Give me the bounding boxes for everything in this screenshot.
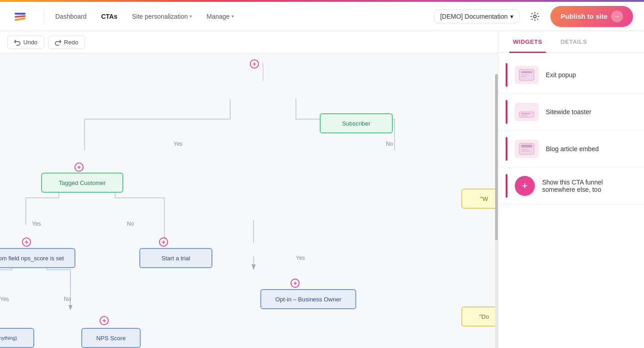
nav-site-personalization[interactable]: Site personalization ▾ [132,13,192,20]
accent-bar [506,137,507,161]
flow-connections [0,54,498,348]
label-yes-1: Yes [174,141,183,147]
publish-button[interactable]: Publish to site → [550,6,633,27]
add-node-optin[interactable]: + [290,279,300,288]
add-node-top[interactable]: + [250,59,259,69]
arrow-right-icon: → [611,11,623,22]
label-no-2: No [127,221,134,227]
exit-popup-preview [518,69,535,81]
logo-area[interactable] [11,7,29,26]
chevron-down-icon: ▾ [232,14,234,19]
widget-label-blog: Blog article embed [546,145,599,153]
right-sidebar: WIDGETS DETAILS Exit popup [498,31,644,348]
node-yellow-1[interactable]: "W [461,189,498,209]
add-widget-icon: + [515,176,535,196]
add-node-nps[interactable]: + [100,316,109,325]
canvas-area: Undo Redo [0,31,498,348]
accent-bar [506,63,507,87]
label-yes-3: Yes [0,296,9,302]
node-nps-score[interactable]: NPS Score [81,328,141,348]
node-subscriber[interactable]: Subscriber [320,113,393,133]
nav-divider [44,9,44,24]
node-yellow-2[interactable]: "Do [461,306,498,327]
nav-dashboard[interactable]: Dashboard [55,13,87,20]
add-node-left-1[interactable]: + [74,163,84,172]
svg-rect-16 [521,113,530,114]
svg-rect-20 [521,149,528,150]
widget-item-toaster[interactable]: Sitewide toaster [498,94,644,131]
svg-rect-15 [519,112,534,117]
widget-label-toaster: Sitewide toaster [546,108,591,116]
widget-item-exit-popup[interactable]: Exit popup [498,57,644,94]
svg-point-4 [533,15,536,18]
gear-button[interactable] [527,8,543,25]
node-tagged-customer[interactable]: Tagged Customer [41,173,123,193]
accent-bar [506,174,507,198]
blog-preview [518,142,535,155]
add-node-left-2[interactable]: + [22,237,31,247]
svg-rect-14 [521,76,527,77]
header-right: [DEMO] Documentation ▾ Publish to site → [434,6,633,27]
scrollbar-thumb[interactable] [495,74,498,240]
tab-details[interactable]: DETAILS [557,31,591,53]
add-node-right-2[interactable]: + [159,237,168,247]
widget-item-show-cta[interactable]: + Show this CTA funnel somewhere else, t… [498,168,644,205]
widget-item-blog[interactable]: Blog article embed [498,131,644,168]
gear-icon [530,12,539,21]
widget-thumb-blog [515,140,538,158]
node-anything[interactable]: n anything) [0,328,34,348]
widget-label-exit-popup: Exit popup [546,71,576,79]
nav-items: Dashboard CTAs Site personalization ▾ Ma… [55,13,434,20]
node-custom-field[interactable]: Custom field nps_score is set [0,248,75,268]
svg-rect-3 [15,13,26,15]
accent-bar [506,100,507,124]
label-yes-4: Yes [296,255,305,261]
nav-ctas[interactable]: CTAs [101,13,118,20]
redo-button[interactable]: Redo [48,36,85,49]
label-no-1: No [386,141,393,147]
widget-thumb-toaster [515,103,538,121]
toaster-preview [518,105,535,118]
canvas-toolbar: Undo Redo [0,31,498,54]
nav-manage[interactable]: Manage ▾ [206,13,234,20]
flowchart-canvas: + Subscriber Yes No + Tagged Customer "W [0,54,498,348]
redo-icon [55,39,61,46]
sidebar-tabs: WIDGETS DETAILS [498,31,644,53]
svg-rect-19 [521,145,532,148]
undo-button[interactable]: Undo [7,36,44,49]
svg-rect-17 [521,115,528,116]
svg-rect-12 [521,71,532,73]
node-start-trial[interactable]: Start a trial [139,248,212,268]
svg-rect-13 [521,74,528,75]
widget-list: Exit popup Sitewide toaster [498,53,644,348]
svg-rect-21 [521,151,530,152]
node-opt-in[interactable]: Opt-in – Business Owner [260,289,356,309]
header: Dashboard CTAs Site personalization ▾ Ma… [0,2,644,31]
label-yes-2: Yes [32,221,41,227]
chevron-down-icon: ▾ [190,14,192,19]
label-no-3: No [64,296,71,302]
main-layout: Undo Redo [0,31,644,348]
scrollbar-track [495,74,498,348]
tab-widgets[interactable]: WIDGETS [509,31,546,53]
widget-thumb-exit-popup [515,66,538,84]
chevron-down-icon: ▾ [510,13,513,20]
widget-label-show-cta: Show this CTA funnel somewhere else, too [542,179,635,193]
undo-icon [14,39,21,46]
demo-selector[interactable]: [DEMO] Documentation ▾ [434,10,520,23]
logo-icon [11,7,29,26]
